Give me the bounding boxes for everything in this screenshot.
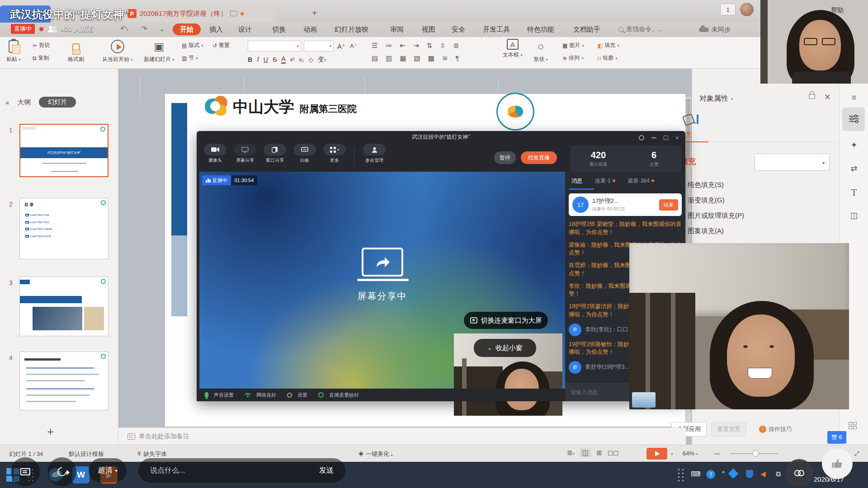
panel-handle-icon[interactable]: ≡ [840,93,868,103]
lock-icon[interactable] [809,94,815,99]
fill-option-picture[interactable]: 图片或纹理填充(P) [688,211,744,220]
italic-button[interactable]: I [257,56,259,63]
play-options-caret[interactable]: ▾ [671,450,673,457]
minimize-icon[interactable] [651,137,656,138]
shape-3d-icon[interactable]: ◫ [840,211,868,221]
slide-thumbnail-3[interactable] [19,277,108,336]
numbered-list-icon[interactable]: ≔ [385,42,392,50]
settings-gear-icon[interactable] [287,393,292,398]
tab-view[interactable]: 视图 [422,23,435,35]
tray-sync-app-icon[interactable] [730,470,737,479]
tab-insert[interactable]: 插入 [209,23,223,35]
chat-tab-mic[interactable]: 连麦·1 [589,177,622,185]
zoom-out-button[interactable]: — [714,450,720,457]
textbox-button[interactable]: A 文本框 ▾ [503,39,523,59]
zoom-slider-thumb[interactable] [752,450,759,457]
collapse-panel-button[interactable]: « [5,99,9,106]
camera-tool[interactable]: 摄像头 [200,144,230,164]
tab-doc-assistant[interactable]: 文档助手 [573,23,600,35]
shapes-button[interactable]: ○ 形状 ▾ [533,39,548,63]
slide-thumbnail-2[interactable]: 目 录 ■ CHAPTER ONE ■ CHAPTER TWO ■ CHAPTE… [19,198,108,259]
notes-overlay-button[interactable] [11,457,40,486]
collapse-small-window-button[interactable]: ⌄收起小窗 [474,339,536,357]
clear-format-icon[interactable]: ◇ [308,56,313,63]
tab-security[interactable]: 安全 [452,23,465,35]
font-color-button[interactable]: A [281,55,285,64]
underline-button[interactable]: U [264,56,268,63]
tab-transition[interactable]: 切换 [272,23,286,35]
text-effect-button[interactable]: 变▾ [318,56,326,64]
properties-sliders-icon[interactable] [840,114,868,126]
new-slide-button[interactable]: ▣ 新建幻灯片 ▾ [144,39,175,63]
cut-button[interactable]: ✂剪切 [33,42,50,49]
layout-grid-icon[interactable] [849,422,858,429]
switch-to-fullscreen-button[interactable]: 切换连麦窗口为大屏 [464,312,548,329]
thumbs-up-button[interactable] [822,448,853,479]
reset-button[interactable]: ↺重置 [212,42,230,49]
distribute-icon[interactable]: ≋ [442,54,448,62]
add-slide-button[interactable]: + [47,425,54,439]
command-search[interactable]: 查找命令、... [618,25,663,33]
fill-option-pattern[interactable]: 图案填充(A) [688,227,724,235]
text-direction-icon[interactable]: ⇳ [440,42,446,50]
bullet-list-icon[interactable]: ☰ [372,42,377,50]
arrange-button[interactable]: ≋排列▾ [562,54,584,62]
text-properties-icon[interactable]: T [840,187,868,198]
align-center-icon[interactable]: ▥ [386,54,392,62]
tab-review[interactable]: 审阅 [390,23,404,35]
slide-sorter-icon[interactable]: ⊞ [596,449,602,457]
maximize-icon[interactable] [664,136,668,140]
paragraph-mark-icon[interactable]: ¶ [456,54,459,62]
fill-bucket-icon[interactable] [680,111,700,131]
reading-view-icon[interactable]: ◻◻ [608,449,619,457]
slide-thumbnail-1[interactable]: 武汉抗役中的“提灯女神” [19,124,108,177]
chat-tab-watching[interactable]: 观看·384 [622,177,660,185]
fit-slide-icon[interactable]: ⤢ [854,450,859,457]
notes-view-icon[interactable]: ≣▾ [567,449,575,457]
beautify-button[interactable]: ◈ 一键美化 ▴ [358,450,393,458]
undo-icon[interactable]: ↶▾ [120,24,128,33]
tab-devtools[interactable]: 开发工具 [483,23,510,35]
window-count-badge[interactable]: 1 [720,4,736,15]
bold-button[interactable]: B [248,56,252,63]
format-painter-button[interactable]: 格式刷 [68,39,84,63]
paste-button[interactable]: 粘贴 ▾ [6,39,21,63]
tab-animation[interactable]: 动画 [303,23,317,35]
end-mic-button[interactable]: 结束 [659,199,678,211]
fill-option-gradient[interactable]: 渐变填充(G) [688,196,725,205]
line-spacing-icon[interactable]: ⇅ [427,42,433,50]
whiteboard-tool[interactable]: 白板 [290,144,320,164]
tray-expand-icon[interactable]: ⌃ [721,470,726,478]
normal-view-icon[interactable]: ◫ [580,448,591,457]
outline-tab[interactable]: 大纲 [17,98,31,107]
close-panel-icon[interactable]: ✕ [824,92,831,102]
tray-input-method-icon[interactable]: ? [706,470,715,479]
layout-button[interactable]: ▤版式▾ [182,42,203,49]
fill-option-solid[interactable]: 纯色填充(S) [688,181,724,189]
tab-slideshow[interactable]: 幻灯片放映 [335,23,368,35]
tray-security-shield-icon[interactable] [746,470,753,479]
indent-icon[interactable]: ⇥ [413,42,419,50]
font-decrease-button[interactable]: A⁻ [350,42,357,49]
swap-icon[interactable]: ⇄ [840,164,868,174]
fill-button[interactable]: ◧填充▾ [598,42,619,49]
tips-link[interactable]: ! 操作技巧 [759,425,792,433]
align-left-icon[interactable]: ▤ [372,54,378,62]
section-button[interactable]: ▥节▾ [182,54,198,62]
end-stream-button[interactable]: 结束直播 [521,151,557,164]
fill-type-select[interactable]: ▾ [755,154,830,171]
more-tool[interactable]: ▾ 更多 [320,144,349,164]
notes-bar[interactable]: 单击此处添加备注 [118,427,686,445]
collapse-ribbon-icon[interactable]: ⌄ [159,24,165,33]
slides-tab[interactable]: 幻灯片 [39,97,76,108]
font-size-select[interactable]: ▾ [304,41,334,52]
share-link-button[interactable] [785,459,813,487]
tab-home[interactable]: 开始 [173,23,201,35]
cloud-sync[interactable]: 未同步 [699,26,731,34]
tray-audio-app-icon[interactable]: ◀ [760,470,766,478]
zoom-level[interactable]: 64% ▾ [683,450,698,457]
screen-share-tool[interactable]: 屏幕分享 [230,144,260,164]
slideshow-play-button[interactable] [646,448,667,460]
rotate-overlay-button[interactable] [47,457,76,486]
font-name-select[interactable]: ▾ [248,41,301,52]
